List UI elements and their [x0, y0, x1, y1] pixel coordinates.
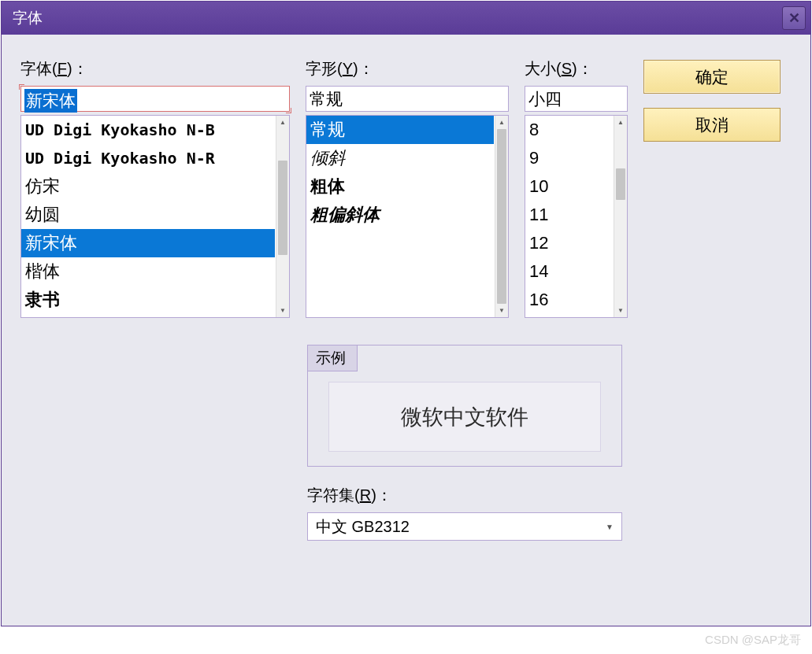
list-item[interactable]: 11: [525, 201, 613, 229]
list-item[interactable]: 9: [525, 144, 613, 172]
font-label: 字体(F)：: [20, 58, 290, 79]
charset-section: 字符集(R)： 中文 GB2312 ▼: [307, 485, 622, 541]
list-item[interactable]: UD Digi Kyokasho N-B: [21, 116, 275, 144]
dialog-title: 字体: [13, 8, 43, 28]
style-listbox[interactable]: 常规 倾斜 粗体 粗偏斜体 ▲ ▼: [306, 115, 509, 318]
list-item[interactable]: 12: [525, 229, 613, 257]
list-item[interactable]: 粗偏斜体: [306, 201, 494, 229]
dialog-content: 字体(F)： 新宋体 UD Digi Kyokasho N-B UD Digi …: [2, 35, 810, 334]
style-label: 字形(Y)：: [306, 58, 509, 79]
list-item[interactable]: UD Digi Kyokasho N-R: [21, 144, 275, 172]
size-input[interactable]: [525, 86, 628, 112]
list-item[interactable]: 楷体: [21, 257, 275, 286]
chevron-down-icon: ▼: [606, 523, 614, 531]
scroll-down-icon[interactable]: ▼: [614, 304, 627, 317]
sample-preview: 微软中文软件: [328, 382, 601, 452]
list-item[interactable]: 8: [525, 116, 613, 144]
titlebar: 字体 ✕: [2, 2, 810, 35]
font-column: 字体(F)： 新宋体 UD Digi Kyokasho N-B UD Digi …: [20, 58, 290, 318]
font-input-selection: 新宋体: [24, 89, 77, 113]
size-label: 大小(S)：: [525, 58, 628, 79]
buttons-column: 确定 取消: [643, 58, 780, 318]
list-item[interactable]: 新宋体: [21, 229, 275, 257]
sample-group: 示例 微软中文软件: [307, 345, 622, 467]
ok-button[interactable]: 确定: [643, 60, 780, 94]
scroll-down-icon[interactable]: ▼: [276, 304, 289, 317]
style-column: 字形(Y)： 常规 倾斜 粗体 粗偏斜体 ▲ ▼: [306, 58, 509, 318]
cancel-button[interactable]: 取消: [643, 108, 780, 142]
font-listbox[interactable]: UD Digi Kyokasho N-B UD Digi Kyokasho N-…: [20, 115, 290, 318]
scroll-up-icon[interactable]: ▲: [614, 116, 627, 129]
font-dialog: 字体 ✕ 字体(F)： 新宋体 UD Digi Kyokasho N-B UD …: [1, 1, 811, 626]
sample-legend: 示例: [308, 345, 358, 371]
list-item[interactable]: 黑体: [21, 314, 275, 317]
charset-value: 中文 GB2312: [316, 516, 410, 538]
size-scrollbar[interactable]: ▲ ▼: [614, 116, 627, 317]
style-input[interactable]: [306, 86, 509, 112]
size-column: 大小(S)： 8 9 10 11 12 14 16 18 ▲ ▼: [525, 58, 628, 318]
scroll-up-icon[interactable]: ▲: [276, 116, 289, 129]
scroll-thumb[interactable]: [497, 129, 506, 304]
scroll-thumb[interactable]: [278, 161, 287, 255]
list-item[interactable]: 粗体: [306, 172, 494, 201]
list-item[interactable]: 10: [525, 172, 613, 201]
close-button[interactable]: ✕: [782, 6, 806, 30]
list-item[interactable]: 16: [525, 286, 613, 314]
list-item[interactable]: 14: [525, 257, 613, 286]
scroll-down-icon[interactable]: ▼: [495, 304, 508, 317]
list-item[interactable]: 仿宋: [21, 172, 275, 201]
scroll-thumb[interactable]: [616, 168, 625, 200]
charset-dropdown[interactable]: 中文 GB2312 ▼: [307, 512, 622, 541]
font-scrollbar[interactable]: ▲ ▼: [276, 116, 289, 317]
list-item[interactable]: 18: [525, 314, 613, 317]
charset-label: 字符集(R)：: [307, 485, 622, 506]
list-item[interactable]: 倾斜: [306, 144, 494, 172]
watermark: CSDN @SAP龙哥: [705, 633, 801, 648]
list-item[interactable]: 幼圆: [21, 201, 275, 229]
size-listbox[interactable]: 8 9 10 11 12 14 16 18 ▲ ▼: [525, 115, 628, 318]
scroll-up-icon[interactable]: ▲: [495, 116, 508, 129]
close-icon: ✕: [788, 9, 800, 27]
font-input-wrapper: 新宋体: [20, 86, 290, 112]
list-item[interactable]: 常规: [306, 116, 494, 144]
list-item[interactable]: 隶书: [21, 286, 275, 314]
style-scrollbar[interactable]: ▲ ▼: [495, 116, 508, 317]
font-input[interactable]: 新宋体: [21, 87, 289, 111]
